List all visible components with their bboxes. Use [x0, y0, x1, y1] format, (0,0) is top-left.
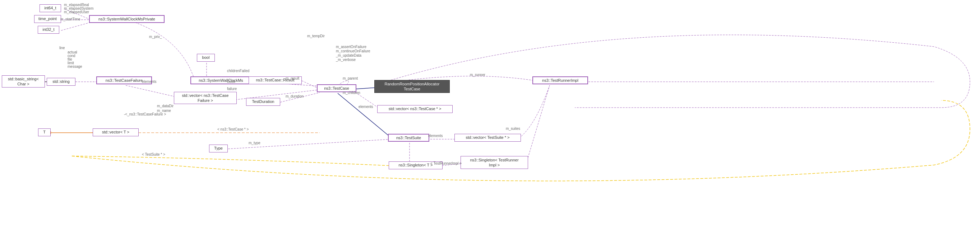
singleton-testrunner-node: ns3::Singleton< TestRunnerImpl >	[461, 156, 528, 169]
int64-t-node: int64_t	[40, 4, 61, 12]
label-m-continue-on-failure: m_continueOnFailure	[336, 49, 371, 53]
label-m-assert-on-failure: m_assertOnFailure	[336, 45, 366, 49]
label-m-update-data: _m_updateData	[336, 54, 361, 57]
label-elements-1: elements	[142, 80, 157, 84]
label-m-duration: m_duration	[286, 94, 304, 98]
diagram-container: int64_t time_point int32_t ns3::SystemWa…	[0, 0, 980, 245]
time-point-node: time_point	[34, 15, 61, 23]
label-m-result: m_result	[286, 76, 299, 81]
label-m-type: m_type	[248, 141, 261, 145]
t-node: T	[38, 128, 51, 136]
svg-line-7	[126, 85, 176, 97]
svg-line-15	[338, 93, 391, 138]
label-clock: clock	[227, 80, 235, 84]
label-m-temp-dir: m_tempDir	[307, 34, 325, 38]
svg-line-2	[61, 22, 91, 30]
label-m-data-dir: m_dataDir	[157, 104, 173, 108]
int32-t-node: int32_t	[38, 26, 59, 34]
std-basic-string-node: std::basic_string<Char >	[2, 75, 45, 87]
system-wall-clock-private-node: ns3::SystemWallClockMsPrivate	[89, 15, 164, 23]
type-node: Type	[209, 145, 228, 152]
std-string-node: std::string	[47, 78, 75, 86]
label-elements-3: elements	[428, 134, 443, 138]
label-message: message	[68, 65, 82, 68]
label-test-case-failure-tmpl: -<_ns3::TestCaseFailure >	[124, 112, 166, 116]
label-test-suite-tmpl: < TestSuite * >	[142, 152, 165, 156]
vector-test-case-ptr-node: std::vector< ns3::TestCase * >	[377, 105, 453, 113]
label-test-runner-tmpl: < TestRunnerImpl >	[430, 161, 461, 165]
bool-node: bool	[197, 54, 215, 62]
label-m-suites: m_suites	[506, 126, 520, 131]
diagram-edges	[0, 0, 980, 245]
label-m-runner: m_runner	[470, 73, 485, 77]
svg-line-12	[356, 87, 377, 89]
test-duration-node: TestDuration	[246, 98, 280, 106]
label-m-parent: m_parent	[343, 76, 358, 81]
system-wall-clock-ms-node: ns3::SystemWallClockMs	[190, 76, 251, 84]
label-line: line	[59, 46, 65, 50]
label-elapsed-user: m_elapsedUser	[64, 10, 89, 14]
label-test-case-ptr-tmpl: < ns3::TestCase * >	[217, 127, 248, 131]
vector-test-suite-ptr-node: std::vector< TestSuite * >	[455, 134, 521, 142]
label-elements-2: elements	[358, 105, 373, 109]
test-suite-node: ns3::TestSuite	[388, 134, 429, 142]
label-failure: failure	[227, 87, 237, 91]
label-start-time: m_startTime	[60, 17, 80, 21]
label-m-children: m_children	[343, 91, 360, 95]
svg-line-22	[526, 85, 550, 163]
label-children-failed: childrenFailed	[227, 69, 249, 73]
label-m-priv: m_priv_	[149, 35, 162, 39]
random-room-node: RandomRoomPositionAllocatorTestCase	[374, 80, 450, 93]
label-m-verbose: _m_verbose	[336, 58, 356, 62]
vector-test-case-failure-node: std::vector< ns3::TestCaseFailure >	[174, 92, 237, 104]
test-runner-impl-node: ns3::TestRunnerImpl	[532, 76, 588, 84]
vector-t-node: std::vector< T >	[93, 128, 138, 136]
